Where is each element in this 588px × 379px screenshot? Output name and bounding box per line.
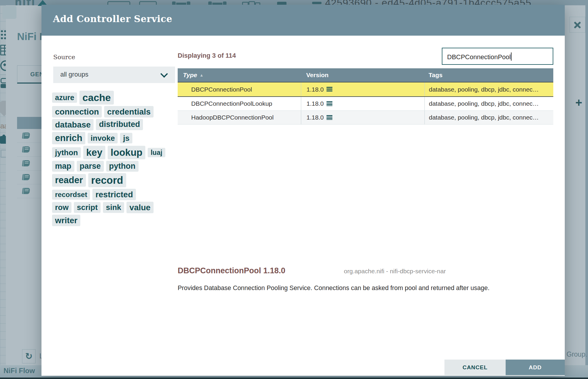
version-value: 1.18.0 <box>307 100 324 107</box>
displaying-count: Displaying 3 of 114 <box>178 52 236 59</box>
column-header-tags[interactable]: Tags <box>424 72 553 79</box>
table-row[interactable]: HadoopDBCPConnectionPool1.18.0database, … <box>178 111 553 125</box>
tag-pill[interactable]: restricted <box>92 189 136 200</box>
tag-pill[interactable]: js <box>120 133 132 144</box>
source-group-value: all groups <box>60 71 88 78</box>
selected-service-description: Provides Database Connection Pooling Ser… <box>178 284 554 292</box>
tag-pill[interactable]: enrich <box>52 132 85 145</box>
list-icon[interactable] <box>327 115 332 120</box>
tag-pill[interactable]: key <box>83 146 105 159</box>
add-controller-service-dialog: Add Controller Service Source all groups… <box>41 5 565 376</box>
tag-cloud-row: enrichinvokejs <box>52 132 190 145</box>
cell-tags: database, pooling, dbcp, jdbc, connec… <box>424 97 553 110</box>
tag-cloud: azurecacheconnectioncredentialsdatabased… <box>52 91 190 228</box>
tag-pill[interactable]: sink <box>103 202 124 213</box>
version-value: 1.18.0 <box>307 114 324 121</box>
refresh-button[interactable]: ↻ <box>22 349 36 363</box>
tag-pill[interactable]: distributed <box>96 119 143 130</box>
tag-pill[interactable]: script <box>74 202 101 213</box>
cell-tags: database, pooling, dbcp, jdbc, connec… <box>424 82 553 96</box>
chevron-down-icon <box>160 70 168 77</box>
cell-tags: database, pooling, dbcp, jdbc, connec… <box>424 111 553 124</box>
column-header-version[interactable]: Version <box>301 72 424 79</box>
tag-cloud-row: writer <box>52 215 190 226</box>
table-header-row: Type▲ Version Tags <box>178 68 553 82</box>
tag-pill[interactable]: azure <box>52 92 77 103</box>
book-icon <box>22 188 30 194</box>
tag-pill[interactable]: luaj <box>148 148 165 158</box>
tag-cloud-row: connectioncredentials <box>52 106 190 117</box>
cell-type: DBCPConnectionPool <box>178 82 301 96</box>
add-service-plus-button[interactable]: + <box>575 96 582 109</box>
tag-cloud-row: jythonkeylookupluaj <box>52 146 190 159</box>
tag-cloud-row: databasedistributed <box>52 119 190 130</box>
sort-asc-icon: ▲ <box>199 73 204 77</box>
cell-version: 1.18.0 <box>301 111 424 124</box>
table-row[interactable]: DBCPConnectionPool1.18.0database, poolin… <box>178 82 553 97</box>
cell-type: DBCPConnectionPoolLookup <box>178 97 301 110</box>
table-row[interactable]: DBCPConnectionPoolLookup1.18.0database, … <box>178 97 553 111</box>
tag-pill[interactable]: parse <box>77 161 104 172</box>
group-label: Group. <box>567 350 587 358</box>
book-icon <box>22 174 30 180</box>
tag-pill[interactable]: value <box>126 202 154 213</box>
table-body: DBCPConnectionPool1.18.0database, poolin… <box>178 82 553 125</box>
tag-pill[interactable]: connection <box>52 106 102 117</box>
tag-pill[interactable]: cache <box>79 91 114 105</box>
list-icon[interactable] <box>327 87 332 92</box>
refresh-icon: ↻ <box>25 351 32 361</box>
cell-version: 1.18.0 <box>301 82 424 96</box>
tag-pill[interactable]: row <box>52 202 71 213</box>
version-value: 1.18.0 <box>307 86 324 93</box>
tag-pill[interactable]: jython <box>52 147 81 158</box>
tag-cloud-row: rowscriptsinkvalue <box>52 202 190 213</box>
nifi-logo-text: nifi <box>15 0 35 8</box>
cell-version: 1.18.0 <box>301 97 424 110</box>
column-header-type[interactable]: Type▲ <box>178 72 301 79</box>
selected-service-bundle: org.apache.nifi - nifi-dbcp-service-nar <box>344 268 446 275</box>
tag-cloud-row: mapparsepython <box>52 161 190 172</box>
tag-pill[interactable]: writer <box>52 215 80 226</box>
tag-pill[interactable]: lookup <box>108 146 145 159</box>
tag-pill[interactable]: recordset <box>52 190 90 200</box>
tag-pill[interactable]: invoke <box>88 133 118 144</box>
book-icon <box>22 133 30 139</box>
book-icon <box>22 146 30 153</box>
text-caret <box>511 52 512 61</box>
funnel-toolbar-icon <box>312 2 322 4</box>
filter-value: DBCPConnectionPool <box>447 53 511 61</box>
window-bottom-edge <box>0 378 588 379</box>
tag-pill[interactable]: map <box>52 161 74 172</box>
plus-icon: + <box>575 96 582 109</box>
book-icon <box>22 160 30 166</box>
dialog-title: Add Controller Service <box>53 14 172 24</box>
tag-cloud-row: recordsetrestricted <box>52 189 190 200</box>
add-button[interactable]: ADD <box>506 360 565 375</box>
breadcrumb[interactable]: NiFi Flow <box>4 367 35 375</box>
cell-type: HadoopDBCPConnectionPool <box>178 111 301 124</box>
tag-cloud-row: readerrecord <box>52 173 190 187</box>
nifi-logo-box <box>2 6 16 19</box>
tag-pill[interactable]: database <box>52 119 94 130</box>
tag-pill[interactable]: reader <box>52 174 86 187</box>
source-group-select[interactable]: all groups <box>53 67 175 83</box>
list-icon[interactable] <box>327 101 332 106</box>
service-types-table: Type▲ Version Tags DBCPConnectionPool1.1… <box>178 68 553 125</box>
settings-close-button[interactable] <box>569 17 585 33</box>
tag-cloud-row: azurecache <box>52 91 190 105</box>
tag-pill[interactable]: credentials <box>104 106 154 117</box>
tag-pill[interactable]: record <box>88 173 126 187</box>
selected-service-title: DBCPConnectionPool 1.18.0 <box>178 266 285 275</box>
tag-pill[interactable]: python <box>106 161 139 172</box>
cancel-button[interactable]: CANCEL <box>444 360 506 375</box>
dialog-header: Add Controller Service <box>41 5 565 36</box>
source-label: Source <box>53 54 75 61</box>
filter-types-input[interactable]: DBCPConnectionPool <box>442 48 553 65</box>
